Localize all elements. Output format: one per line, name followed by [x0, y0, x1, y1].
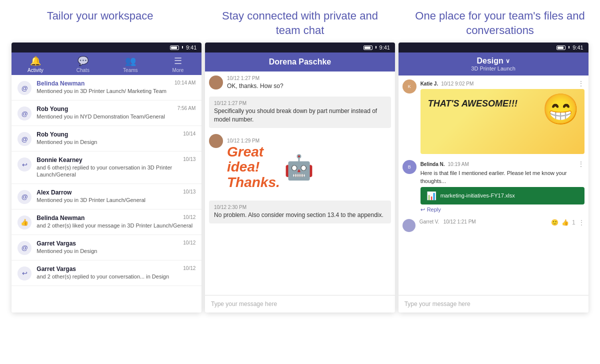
battery-icon-1	[170, 46, 179, 50]
battery-icon-2	[364, 46, 372, 50]
bottom-actions: 🙂 👍 1 ⋮	[551, 219, 584, 226]
mention-icon-6: @	[18, 241, 32, 255]
bottom-partial-message: Garret V. 10/12 1:21 PM 🙂 👍 1 ⋮	[402, 217, 584, 232]
activity-item-6[interactable]: @ Garret Vargas 10/12 Mentioned you in D…	[12, 235, 202, 260]
chat-body-0: Katie J. 10/12 9:02 PM ⋮ THAT'S AWESOME!…	[420, 80, 584, 156]
message-input-3[interactable]: Type your message here	[398, 295, 588, 312]
activity-name-4: Alex Darrow	[36, 189, 72, 196]
activity-content-2: Rob Young 10/14 Mentioned you in Design	[36, 131, 196, 146]
nav-teams[interactable]: 👥 Teams	[106, 56, 154, 73]
system-meta-3: 10/12 2:30 PM	[214, 204, 386, 210]
activity-content-1: Rob Young 7:56 AM Mentioned you in NYD D…	[36, 106, 196, 120]
file-message-text: Here is that file I mentioned earlier. P…	[420, 170, 584, 185]
sticker-row: 10/12 1:29 PM Greatidea!Thanks. 🤖	[209, 134, 391, 194]
chat-meta-1: Belinda N. 10:19 AM ⋮	[420, 160, 584, 168]
chat-meta-0: Katie J. 10/12 9:02 PM ⋮	[420, 80, 584, 88]
activity-time-3: 10/13	[183, 156, 196, 162]
status-bar-2: 9:41	[205, 42, 395, 52]
mention-icon-2: @	[18, 132, 32, 146]
activity-item-0[interactable]: @ Belinda Newman 10:14 AM Mentioned you …	[12, 75, 202, 100]
activity-desc-3: and 6 other(s) replied to your conversat…	[36, 164, 196, 178]
activity-item-4[interactable]: @ Alex Darrow 10/13 Mentioned you in 3D …	[12, 184, 202, 210]
phone-2-chat: 9:41 Dorena Paschke 10/12 1:27 PM OK, th…	[205, 42, 395, 312]
system-message-1: 10/12 1:27 PM Specifically you should br…	[209, 96, 391, 128]
bottom-text: Garret V. 10/12 1:21 PM	[420, 219, 547, 224]
activity-icon: 🔔	[30, 56, 41, 66]
avatar-sticker	[209, 134, 223, 148]
chat-message-1: B Belinda N. 10:19 AM ⋮ Here is that fil…	[402, 160, 584, 213]
nav-more[interactable]: ☰ More	[154, 56, 202, 73]
status-bar-3: 9:41	[398, 42, 588, 52]
nav-activity-label: Activity	[28, 68, 44, 73]
status-bar-1: 9:41	[12, 42, 202, 52]
feature-headers: Tailor your workspace Stay connected wit…	[0, 0, 600, 42]
battery-icon-3	[556, 46, 566, 50]
nav-teams-label: Teams	[123, 68, 138, 73]
activity-content-0: Belinda Newman 10:14 AM Mentioned you in…	[36, 80, 196, 94]
system-message-3: 10/12 2:30 PM No problem. Also consider …	[209, 200, 391, 224]
activity-desc-2: Mentioned you in Design	[36, 138, 196, 146]
header-1: Tailor your workspace	[1, 9, 199, 38]
activity-time-4: 10/13	[183, 189, 196, 194]
mention-icon-0: @	[18, 81, 32, 95]
nav-activity[interactable]: 🔔 Activity	[12, 56, 59, 73]
more-options-icon-0[interactable]: ⋮	[578, 80, 584, 88]
sticker-box: 10/12 1:29 PM Greatidea!Thanks. 🤖	[227, 134, 391, 194]
status-time-1: 9:41	[186, 44, 196, 50]
bottom-avatar	[402, 219, 416, 232]
message-row-0: 10/12 1:27 PM OK, thanks. How so?	[209, 76, 391, 90]
bottom-sender: Garret V.	[420, 219, 440, 224]
activity-name-7: Garret Vargas	[36, 266, 76, 272]
activity-desc-6: Mentioned you in Design	[36, 248, 196, 254]
activity-name-5: Belinda Newman	[36, 214, 84, 222]
nav-more-label: More	[172, 68, 184, 73]
message-input-2[interactable]: Type your message here	[205, 295, 395, 312]
battery-tip-1	[182, 46, 183, 48]
sticker-meta: 10/12 1:29 PM	[227, 138, 391, 144]
chat-with-name: Dorena Paschke	[269, 58, 332, 66]
activity-desc-0: Mentioned you in 3D Printer Launch/ Mark…	[36, 88, 196, 94]
activity-item-1[interactable]: @ Rob Young 7:56 AM Mentioned you in NYD…	[12, 100, 202, 126]
nav-chats-label: Chats	[76, 68, 90, 73]
chat-sender-0: Katie J.	[420, 81, 438, 86]
nav-chats[interactable]: 💬 Chats	[59, 56, 106, 73]
activity-item-5[interactable]: 👍 Belinda Newman 10/12 and 2 other(s) li…	[12, 210, 202, 235]
reply-button[interactable]: ↩ Reply	[420, 206, 584, 213]
like-icon-5: 👍	[18, 216, 32, 230]
bottom-meta: Garret V. 10/12 1:21 PM	[420, 219, 547, 224]
activity-name-3: Bonnie Kearney	[36, 156, 82, 164]
comic-face-icon: 😁	[542, 92, 580, 127]
header-1-text: Tailor your workspace	[47, 10, 154, 22]
message-input-placeholder-2: Type your message here	[211, 300, 277, 308]
activity-content-7: Garret Vargas 10/12 and 2 other(s) repli…	[36, 266, 196, 280]
reply-icon: ↩	[420, 206, 425, 213]
teams-icon: 👥	[125, 56, 136, 66]
activity-list: @ Belinda Newman 10:14 AM Mentioned you …	[12, 75, 202, 312]
status-time-3: 9:41	[572, 44, 583, 50]
activity-time-0: 10:14 AM	[174, 80, 196, 86]
bottom-time: 10/12 1:21 PM	[444, 219, 476, 224]
emoji-icon[interactable]: 🙂	[551, 219, 558, 226]
header-2-text: Stay connected with private and team cha…	[222, 10, 378, 36]
excel-icon: 📊	[426, 191, 436, 200]
comic-text: THAT'S AWESOME!!!	[428, 99, 518, 109]
file-attachment[interactable]: 📊 marketing-initiatives-FY17.xlsx	[420, 187, 584, 204]
activity-header-4: Alex Darrow 10/13	[36, 189, 196, 196]
more-options-icon-1[interactable]: ⋮	[578, 160, 584, 168]
chat-avatar-0: K	[402, 80, 416, 94]
activity-item-2[interactable]: @ Rob Young 10/14 Mentioned you in Desig…	[12, 126, 202, 152]
activity-desc-5: and 2 other(s) liked your message in 3D …	[36, 222, 196, 229]
mention-icon-1: @	[18, 106, 32, 120]
activity-item-3[interactable]: ↩ Bonnie Kearney 10/13 and 6 other(s) re…	[12, 152, 202, 184]
activity-time-1: 7:56 AM	[178, 106, 196, 111]
reply-icon-7: ↩	[18, 266, 32, 280]
message-input-placeholder-3: Type your message here	[404, 300, 470, 308]
chat-avatar-1: B	[402, 160, 416, 174]
more-bottom-icon[interactable]: ⋮	[578, 219, 584, 226]
design-header: Design ∨ 3D Printer Launch	[398, 52, 588, 76]
activity-item-7[interactable]: ↩ Garret Vargas 10/12 and 2 other(s) rep…	[12, 260, 202, 286]
thumbs-up-icon[interactable]: 👍	[562, 219, 569, 226]
activity-name-0: Belinda Newman	[36, 80, 84, 87]
system-meta-1: 10/12 1:27 PM	[214, 100, 386, 106]
sticker-text: Greatidea!Thanks.	[227, 144, 280, 190]
